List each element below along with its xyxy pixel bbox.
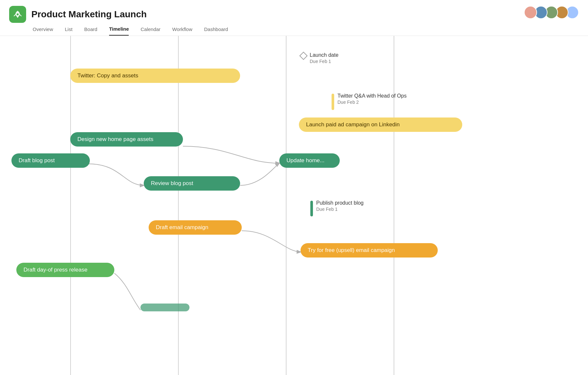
nav-timeline[interactable]: Timeline xyxy=(109,26,129,36)
project-title: Product Marketing Launch xyxy=(31,9,147,20)
arrows-overlay xyxy=(0,36,588,375)
app-icon xyxy=(9,6,26,23)
task-partial-bottom[interactable] xyxy=(140,304,189,311)
nav-calendar[interactable]: Calendar xyxy=(140,26,160,35)
svg-point-0 xyxy=(17,13,19,15)
task-design-home[interactable]: Design new home page assets xyxy=(70,132,183,147)
nav-workflow[interactable]: Workflow xyxy=(172,26,192,35)
task-twitter-copy[interactable]: Twitter: Copy and assets xyxy=(70,69,240,83)
milestone-launch-date: Launch date Due Feb 1 xyxy=(301,52,338,64)
task-draft-press[interactable]: Draft day-of press release xyxy=(16,263,114,277)
avatars-group xyxy=(527,6,579,19)
timeline-line-4 xyxy=(394,36,394,375)
publish-blog-text: Publish product blog Due Feb 1 xyxy=(316,200,364,212)
task-draft-blog[interactable]: Draft blog post xyxy=(11,153,90,168)
task-launch-paid[interactable]: Launch paid ad campaign on Linkedin xyxy=(299,117,462,132)
timeline-line-3 xyxy=(286,36,286,375)
milestone-twitter-qa: Twitter Q&A with Head of Ops Due Feb 2 xyxy=(332,93,407,110)
nav-dashboard[interactable]: Dashboard xyxy=(204,26,228,35)
twitter-qa-bar xyxy=(332,94,334,110)
avatar-1 xyxy=(524,6,537,19)
task-update-home[interactable]: Update home... xyxy=(279,153,340,168)
header: Product Marketing Launch xyxy=(0,0,588,23)
nav-bar: Overview List Board Timeline Calendar Wo… xyxy=(0,23,588,36)
nav-board[interactable]: Board xyxy=(84,26,97,35)
twitter-qa-text: Twitter Q&A with Head of Ops Due Feb 2 xyxy=(337,93,407,105)
launch-date-diamond xyxy=(299,52,307,60)
nav-overview[interactable]: Overview xyxy=(33,26,53,35)
task-review-blog[interactable]: Review blog post xyxy=(144,176,240,191)
nav-list[interactable]: List xyxy=(65,26,73,35)
timeline-line-2 xyxy=(178,36,179,375)
timeline-line-1 xyxy=(70,36,71,375)
launch-date-text: Launch date Due Feb 1 xyxy=(310,52,338,64)
publish-blog-bar xyxy=(310,201,313,216)
milestone-publish-blog: Publish product blog Due Feb 1 xyxy=(310,200,364,216)
task-try-free[interactable]: Try for free (upsell) email campaign xyxy=(301,243,438,258)
task-draft-email[interactable]: Draft email campaign xyxy=(149,220,242,235)
timeline-area: Twitter: Copy and assets Design new home… xyxy=(0,36,588,375)
